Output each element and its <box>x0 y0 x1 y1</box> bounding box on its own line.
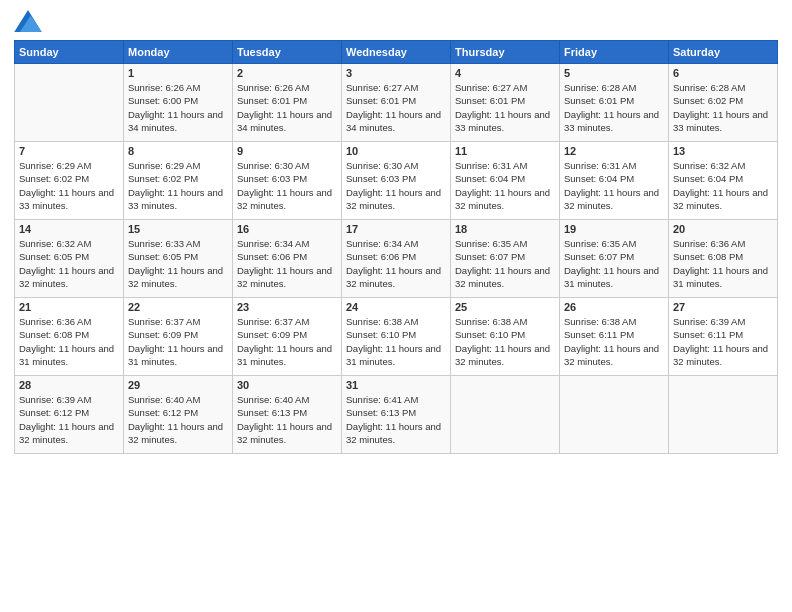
day-number: 7 <box>19 145 119 157</box>
week-row-1: 1Sunrise: 6:26 AMSunset: 6:00 PMDaylight… <box>15 64 778 142</box>
day-info: Sunrise: 6:32 AMSunset: 6:05 PMDaylight:… <box>19 237 119 290</box>
day-cell: 28Sunrise: 6:39 AMSunset: 6:12 PMDayligh… <box>15 376 124 454</box>
day-info: Sunrise: 6:37 AMSunset: 6:09 PMDaylight:… <box>237 315 337 368</box>
day-number: 12 <box>564 145 664 157</box>
day-cell: 21Sunrise: 6:36 AMSunset: 6:08 PMDayligh… <box>15 298 124 376</box>
day-cell: 3Sunrise: 6:27 AMSunset: 6:01 PMDaylight… <box>342 64 451 142</box>
header-cell-friday: Friday <box>560 41 669 64</box>
day-info: Sunrise: 6:28 AMSunset: 6:02 PMDaylight:… <box>673 81 773 134</box>
day-number: 26 <box>564 301 664 313</box>
day-info: Sunrise: 6:38 AMSunset: 6:10 PMDaylight:… <box>346 315 446 368</box>
day-number: 29 <box>128 379 228 391</box>
calendar-table: SundayMondayTuesdayWednesdayThursdayFrid… <box>14 40 778 454</box>
day-cell: 6Sunrise: 6:28 AMSunset: 6:02 PMDaylight… <box>669 64 778 142</box>
day-cell: 24Sunrise: 6:38 AMSunset: 6:10 PMDayligh… <box>342 298 451 376</box>
header-cell-tuesday: Tuesday <box>233 41 342 64</box>
day-info: Sunrise: 6:32 AMSunset: 6:04 PMDaylight:… <box>673 159 773 212</box>
day-info: Sunrise: 6:34 AMSunset: 6:06 PMDaylight:… <box>346 237 446 290</box>
day-cell: 4Sunrise: 6:27 AMSunset: 6:01 PMDaylight… <box>451 64 560 142</box>
week-row-4: 21Sunrise: 6:36 AMSunset: 6:08 PMDayligh… <box>15 298 778 376</box>
day-cell: 16Sunrise: 6:34 AMSunset: 6:06 PMDayligh… <box>233 220 342 298</box>
header-row: SundayMondayTuesdayWednesdayThursdayFrid… <box>15 41 778 64</box>
day-info: Sunrise: 6:27 AMSunset: 6:01 PMDaylight:… <box>346 81 446 134</box>
day-cell: 14Sunrise: 6:32 AMSunset: 6:05 PMDayligh… <box>15 220 124 298</box>
day-info: Sunrise: 6:36 AMSunset: 6:08 PMDaylight:… <box>19 315 119 368</box>
day-number: 2 <box>237 67 337 79</box>
day-number: 5 <box>564 67 664 79</box>
week-row-2: 7Sunrise: 6:29 AMSunset: 6:02 PMDaylight… <box>15 142 778 220</box>
day-number: 15 <box>128 223 228 235</box>
week-row-3: 14Sunrise: 6:32 AMSunset: 6:05 PMDayligh… <box>15 220 778 298</box>
day-number: 30 <box>237 379 337 391</box>
logo <box>14 10 46 32</box>
day-info: Sunrise: 6:39 AMSunset: 6:12 PMDaylight:… <box>19 393 119 446</box>
day-info: Sunrise: 6:29 AMSunset: 6:02 PMDaylight:… <box>128 159 228 212</box>
day-cell: 27Sunrise: 6:39 AMSunset: 6:11 PMDayligh… <box>669 298 778 376</box>
day-info: Sunrise: 6:27 AMSunset: 6:01 PMDaylight:… <box>455 81 555 134</box>
day-cell: 10Sunrise: 6:30 AMSunset: 6:03 PMDayligh… <box>342 142 451 220</box>
day-number: 23 <box>237 301 337 313</box>
day-number: 6 <box>673 67 773 79</box>
day-cell: 30Sunrise: 6:40 AMSunset: 6:13 PMDayligh… <box>233 376 342 454</box>
day-number: 21 <box>19 301 119 313</box>
day-info: Sunrise: 6:29 AMSunset: 6:02 PMDaylight:… <box>19 159 119 212</box>
day-info: Sunrise: 6:38 AMSunset: 6:11 PMDaylight:… <box>564 315 664 368</box>
day-info: Sunrise: 6:26 AMSunset: 6:01 PMDaylight:… <box>237 81 337 134</box>
day-number: 25 <box>455 301 555 313</box>
day-cell: 12Sunrise: 6:31 AMSunset: 6:04 PMDayligh… <box>560 142 669 220</box>
day-number: 22 <box>128 301 228 313</box>
day-number: 20 <box>673 223 773 235</box>
day-number: 3 <box>346 67 446 79</box>
day-cell: 11Sunrise: 6:31 AMSunset: 6:04 PMDayligh… <box>451 142 560 220</box>
day-cell <box>669 376 778 454</box>
day-cell: 13Sunrise: 6:32 AMSunset: 6:04 PMDayligh… <box>669 142 778 220</box>
day-number: 17 <box>346 223 446 235</box>
page-container: SundayMondayTuesdayWednesdayThursdayFrid… <box>0 0 792 612</box>
day-info: Sunrise: 6:33 AMSunset: 6:05 PMDaylight:… <box>128 237 228 290</box>
header-cell-thursday: Thursday <box>451 41 560 64</box>
day-number: 4 <box>455 67 555 79</box>
day-cell <box>15 64 124 142</box>
day-number: 27 <box>673 301 773 313</box>
day-info: Sunrise: 6:35 AMSunset: 6:07 PMDaylight:… <box>455 237 555 290</box>
header <box>14 10 778 32</box>
day-info: Sunrise: 6:34 AMSunset: 6:06 PMDaylight:… <box>237 237 337 290</box>
header-cell-wednesday: Wednesday <box>342 41 451 64</box>
day-cell: 22Sunrise: 6:37 AMSunset: 6:09 PMDayligh… <box>124 298 233 376</box>
day-cell: 31Sunrise: 6:41 AMSunset: 6:13 PMDayligh… <box>342 376 451 454</box>
day-cell: 29Sunrise: 6:40 AMSunset: 6:12 PMDayligh… <box>124 376 233 454</box>
day-info: Sunrise: 6:41 AMSunset: 6:13 PMDaylight:… <box>346 393 446 446</box>
day-cell: 25Sunrise: 6:38 AMSunset: 6:10 PMDayligh… <box>451 298 560 376</box>
day-cell: 23Sunrise: 6:37 AMSunset: 6:09 PMDayligh… <box>233 298 342 376</box>
day-cell: 1Sunrise: 6:26 AMSunset: 6:00 PMDaylight… <box>124 64 233 142</box>
header-cell-monday: Monday <box>124 41 233 64</box>
day-number: 10 <box>346 145 446 157</box>
day-number: 18 <box>455 223 555 235</box>
day-number: 14 <box>19 223 119 235</box>
week-row-5: 28Sunrise: 6:39 AMSunset: 6:12 PMDayligh… <box>15 376 778 454</box>
day-cell: 19Sunrise: 6:35 AMSunset: 6:07 PMDayligh… <box>560 220 669 298</box>
day-info: Sunrise: 6:26 AMSunset: 6:00 PMDaylight:… <box>128 81 228 134</box>
day-cell: 17Sunrise: 6:34 AMSunset: 6:06 PMDayligh… <box>342 220 451 298</box>
day-number: 28 <box>19 379 119 391</box>
day-number: 24 <box>346 301 446 313</box>
day-number: 16 <box>237 223 337 235</box>
day-info: Sunrise: 6:38 AMSunset: 6:10 PMDaylight:… <box>455 315 555 368</box>
logo-icon <box>14 10 42 32</box>
day-number: 1 <box>128 67 228 79</box>
day-number: 13 <box>673 145 773 157</box>
day-info: Sunrise: 6:30 AMSunset: 6:03 PMDaylight:… <box>237 159 337 212</box>
day-cell: 2Sunrise: 6:26 AMSunset: 6:01 PMDaylight… <box>233 64 342 142</box>
day-info: Sunrise: 6:40 AMSunset: 6:13 PMDaylight:… <box>237 393 337 446</box>
day-cell: 26Sunrise: 6:38 AMSunset: 6:11 PMDayligh… <box>560 298 669 376</box>
day-cell <box>451 376 560 454</box>
day-info: Sunrise: 6:36 AMSunset: 6:08 PMDaylight:… <box>673 237 773 290</box>
day-cell: 18Sunrise: 6:35 AMSunset: 6:07 PMDayligh… <box>451 220 560 298</box>
day-cell: 9Sunrise: 6:30 AMSunset: 6:03 PMDaylight… <box>233 142 342 220</box>
day-info: Sunrise: 6:35 AMSunset: 6:07 PMDaylight:… <box>564 237 664 290</box>
day-info: Sunrise: 6:31 AMSunset: 6:04 PMDaylight:… <box>564 159 664 212</box>
day-info: Sunrise: 6:39 AMSunset: 6:11 PMDaylight:… <box>673 315 773 368</box>
day-cell: 5Sunrise: 6:28 AMSunset: 6:01 PMDaylight… <box>560 64 669 142</box>
day-cell: 7Sunrise: 6:29 AMSunset: 6:02 PMDaylight… <box>15 142 124 220</box>
day-cell: 8Sunrise: 6:29 AMSunset: 6:02 PMDaylight… <box>124 142 233 220</box>
